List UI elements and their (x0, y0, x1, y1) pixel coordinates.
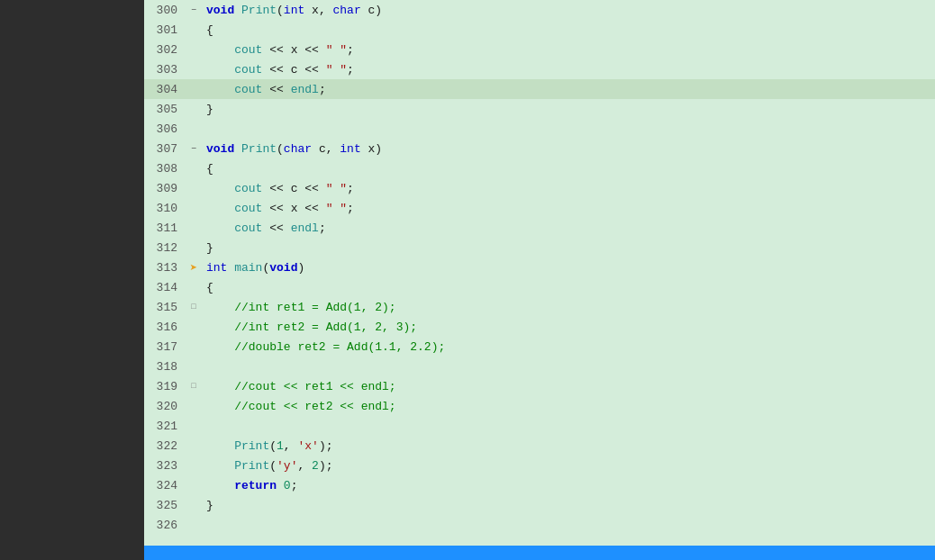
code-line-325: 325 } (144, 495, 935, 515)
taskbar-bottom (144, 546, 935, 560)
collapse-icon-319[interactable]: □ (191, 382, 195, 391)
code-line-323: 323 Print('y', 2); (144, 456, 935, 475)
line-num-321: 321 (144, 420, 185, 433)
code-line-319: 319 □ //cout << ret1 << endl; (144, 376, 935, 396)
line-content-304: cout << endl; (203, 83, 935, 96)
code-line-305: 305 } (144, 99, 935, 119)
code-line-314: 314 { (144, 277, 935, 297)
line-content-325: } (203, 499, 935, 512)
code-line-300: 300 − void Print(int x, char c) (144, 0, 935, 20)
code-line-301: 301 { (144, 20, 935, 40)
code-line-317: 317 //double ret2 = Add(1.1, 2.2); (144, 337, 935, 357)
line-num-315: 315 (144, 301, 185, 314)
code-editor[interactable]: 300 − void Print(int x, char c) 301 { 30… (144, 0, 935, 560)
line-content-319: //cout << ret1 << endl; (203, 380, 935, 393)
line-content-311: cout << endl; (203, 221, 935, 235)
line-content-324: return 0; (203, 479, 935, 492)
line-num-320: 320 (144, 400, 185, 413)
line-content-317: //double ret2 = Add(1.1, 2.2); (203, 340, 935, 354)
line-num-322: 322 (144, 439, 185, 453)
line-content-305: } (203, 103, 935, 116)
code-line-313: 313 ➤ int main(void) (144, 257, 935, 277)
line-num-311: 311 (144, 221, 185, 235)
code-line-321: 321 (144, 416, 935, 436)
line-num-307: 307 (144, 142, 185, 156)
code-line-312: 312 } (144, 238, 935, 257)
code-line-307: 307 − void Print(char c, int x) (144, 139, 935, 158)
line-num-308: 308 (144, 162, 185, 176)
line-content-315: //int ret1 = Add(1, 2); (203, 301, 935, 314)
gutter-307: − (185, 144, 203, 154)
line-content-300: void Print(int x, char c) (203, 4, 935, 17)
line-content-309: cout << c << " "; (203, 182, 935, 195)
line-content-320: //cout << ret2 << endl; (203, 400, 935, 413)
line-num-302: 302 (144, 43, 185, 57)
code-line-304: 304 cout << endl; (144, 79, 935, 99)
gutter-300: − (185, 5, 203, 15)
line-num-306: 306 (144, 122, 185, 136)
code-line-311: 311 cout << endl; (144, 218, 935, 238)
line-num-326: 326 (144, 519, 185, 532)
code-line-310: 310 cout << x << " "; (144, 198, 935, 218)
collapse-icon-315[interactable]: □ (191, 303, 195, 312)
gutter-319: □ (185, 382, 203, 391)
code-line-318: 318 (144, 357, 935, 376)
line-num-313: 313 (144, 261, 185, 275)
sidebar (0, 0, 144, 560)
line-num-316: 316 (144, 321, 185, 334)
line-content-316: //int ret2 = Add(1, 2, 3); (203, 321, 935, 334)
code-line-308: 308 { (144, 158, 935, 178)
line-content-302: cout << x << " "; (203, 43, 935, 57)
line-num-319: 319 (144, 380, 185, 393)
code-line-322: 322 Print(1, 'x'); (144, 436, 935, 456)
line-content-307: void Print(char c, int x) (203, 142, 935, 156)
line-num-309: 309 (144, 182, 185, 195)
line-content-312: } (203, 241, 935, 255)
line-num-305: 305 (144, 103, 185, 116)
code-line-316: 316 //int ret2 = Add(1, 2, 3); (144, 317, 935, 337)
code-line-303: 303 cout << c << " "; (144, 59, 935, 79)
code-line-315: 315 □ //int ret1 = Add(1, 2); (144, 297, 935, 317)
code-line-302: 302 cout << x << " "; (144, 40, 935, 59)
line-num-323: 323 (144, 459, 185, 473)
line-content-303: cout << c << " "; (203, 63, 935, 77)
code-line-326: 326 (144, 515, 935, 535)
line-content-301: { (203, 23, 935, 37)
line-content-313: int main(void) (203, 261, 935, 275)
line-num-325: 325 (144, 499, 185, 512)
line-content-314: { (203, 281, 935, 294)
gutter-313: ➤ (185, 260, 203, 275)
collapse-icon-307[interactable]: − (191, 144, 196, 154)
debug-arrow-313: ➤ (190, 260, 197, 275)
line-num-303: 303 (144, 63, 185, 77)
code-line-306: 306 (144, 119, 935, 139)
code-line-309: 309 cout << c << " "; (144, 178, 935, 198)
collapse-icon-300[interactable]: − (191, 5, 196, 15)
line-content-322: Print(1, 'x'); (203, 439, 935, 453)
line-num-317: 317 (144, 340, 185, 354)
line-content-310: cout << x << " "; (203, 202, 935, 215)
line-content-308: { (203, 162, 935, 176)
code-line-324: 324 return 0; (144, 475, 935, 495)
line-num-304: 304 (144, 83, 185, 96)
line-num-310: 310 (144, 202, 185, 215)
line-num-312: 312 (144, 241, 185, 255)
line-num-300: 300 (144, 4, 185, 17)
line-num-318: 318 (144, 360, 185, 374)
line-content-323: Print('y', 2); (203, 459, 935, 473)
line-num-324: 324 (144, 479, 185, 492)
line-num-301: 301 (144, 23, 185, 37)
line-num-314: 314 (144, 281, 185, 294)
gutter-315: □ (185, 303, 203, 312)
code-line-320: 320 //cout << ret2 << endl; (144, 396, 935, 416)
